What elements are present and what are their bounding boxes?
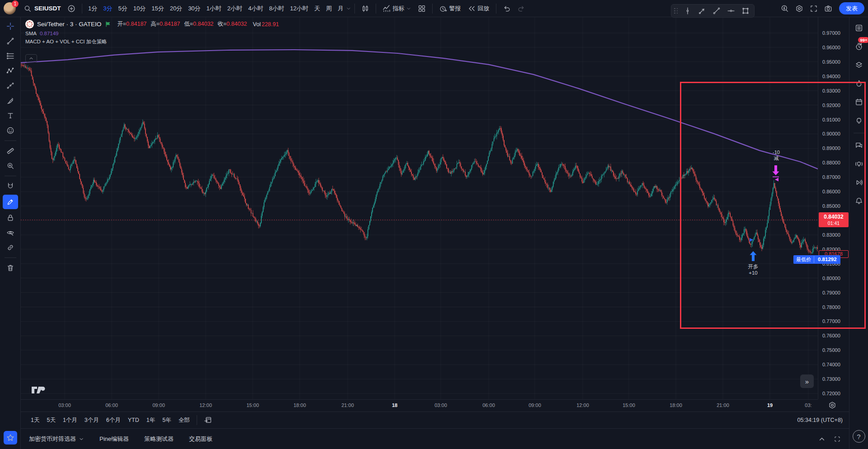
undo-button[interactable] [500,2,514,15]
help-button[interactable]: ? [853,430,865,443]
timeframe-1分[interactable]: 1分 [85,2,100,15]
timeframe-20分[interactable]: 20分 [167,2,185,15]
timeframe-月[interactable]: 月 [335,2,347,15]
live-ideas-panel[interactable] [852,158,866,170]
timeframe-12小时[interactable]: 12小时 [287,2,311,15]
vertical-line-tool[interactable] [681,5,694,17]
timeframe-天[interactable]: 天 [311,2,323,15]
symbol-search[interactable]: SEIUSDT [20,2,64,15]
bell-icon [855,197,863,205]
calendar-panel[interactable] [852,96,866,108]
crosshair-tool[interactable] [3,20,18,33]
quick-search-button[interactable] [778,2,792,15]
fib-retracement-tool[interactable] [3,50,18,62]
ideas-panel[interactable] [852,114,866,127]
timeframe-2小时[interactable]: 2小时 [224,2,245,15]
lock-drawings[interactable] [3,211,18,224]
range-全部[interactable]: 全部 [175,415,193,426]
hide-drawings[interactable] [3,226,18,239]
bottom-tab-3[interactable]: 交易面板 [189,435,212,443]
go-to-date-button[interactable] [200,415,216,426]
trend-line-tool[interactable] [3,35,18,47]
range-5天[interactable]: 5天 [43,415,59,426]
price-tick: 0.87000 [822,174,840,180]
settings-button[interactable] [792,2,807,15]
chevron-down-icon[interactable] [346,6,351,11]
favorites-star-button[interactable] [4,431,17,444]
avatar[interactable]: 1 [4,2,16,14]
sma-label[interactable]: SMA [25,31,37,36]
range-1个月[interactable]: 1个月 [59,415,81,426]
time-axis[interactable]: 03:0006:0009:0012:0015:0018:0021:001803:… [21,399,818,412]
legend-collapse-button[interactable] [25,54,37,62]
zoom-in-tool[interactable] [3,159,18,172]
horizontal-line-tool[interactable] [724,5,738,17]
magnet-mode[interactable] [3,180,18,192]
range-5年[interactable]: 5年 [159,415,175,426]
range-1年[interactable]: 1年 [143,415,159,426]
timeframe-8小时[interactable]: 8小时 [266,2,287,15]
text-tool[interactable] [3,109,18,122]
brush-tool[interactable] [3,94,18,107]
sei-logo [25,20,34,28]
add-symbol-button[interactable] [64,2,79,15]
price-tick: 0.85000 [822,203,840,209]
timeframe-3分[interactable]: 3分 [100,2,115,15]
forecast-tool[interactable] [3,80,18,92]
bottom-tab-1[interactable]: Pine编辑器 [99,435,129,443]
time-axis-gear-icon[interactable] [828,401,836,411]
layout-templates-button[interactable] [415,2,429,15]
stay-in-drawing-mode[interactable] [3,195,18,209]
timeframe-30分[interactable]: 30分 [185,2,203,15]
rectangle-tool[interactable] [739,5,752,17]
chart-style-button[interactable] [358,2,373,15]
strategy-name[interactable]: MACD + AO + VOL + CCI 加仓策略 [25,38,107,45]
emoji-tool[interactable] [3,124,18,137]
bottom-tab-2[interactable]: 策略测试器 [144,435,174,443]
symbol-title[interactable]: Sei/Tether · 3 · GATEIO [37,21,101,28]
timeframe-1小时[interactable]: 1小时 [203,2,224,15]
replay-button[interactable]: 回放 [464,2,493,15]
notifications-panel[interactable]: 99+ [852,40,866,53]
streams-panel[interactable] [852,176,866,189]
timeframe-15分[interactable]: 15分 [149,2,167,15]
timeframe-4小时[interactable]: 4小时 [245,2,266,15]
price-axis[interactable]: 0.970000.960000.950000.940000.930000.920… [818,17,849,399]
measure-tool[interactable] [3,145,18,157]
toolbar-separator [376,4,376,14]
chart-area[interactable]: 开多 +10 -10 减 Sei/Tether · 3 · GATEIO 开=0… [21,17,818,399]
timeframe-5分[interactable]: 5分 [115,2,130,15]
flag-icon[interactable] [104,21,111,28]
alert-button[interactable]: 警报 [436,2,464,15]
hotlists-panel[interactable] [852,77,866,90]
indicators-button[interactable]: 指标 [379,2,415,15]
panel-maximize-icon[interactable] [834,435,841,443]
tradingview-watermark[interactable] [31,384,49,398]
toolbar-separator [82,4,82,14]
trend-line-tool[interactable] [710,5,723,17]
redo-button[interactable] [514,2,528,15]
object-tree-panel[interactable] [852,59,866,71]
bottom-tab-0[interactable]: 加密货币对筛选器 [29,435,84,443]
drag-handle[interactable] [674,8,678,14]
server-clock[interactable]: 05:34:19 (UTC+8) [797,417,843,423]
chat-panel[interactable] [852,139,866,152]
watchlist-panel[interactable] [852,22,866,34]
screenshot-button[interactable] [821,2,835,15]
timeframe-周[interactable]: 周 [323,2,335,15]
range-YTD[interactable]: YTD [124,415,143,426]
remove-drawings[interactable] [3,262,18,274]
go-to-latest-button[interactable]: » [800,374,814,388]
link-tool[interactable] [3,241,18,254]
pattern-tool[interactable] [3,65,18,77]
alerts-panel[interactable] [852,195,866,207]
range-1天[interactable]: 1天 [27,415,43,426]
fullscreen-button[interactable] [807,2,821,15]
range-3个月[interactable]: 3个月 [81,415,103,426]
timeframe-10分[interactable]: 10分 [130,2,148,15]
arrow-tool[interactable] [695,5,709,17]
publish-button[interactable]: 发表 [839,2,864,14]
range-6个月[interactable]: 6个月 [103,415,124,426]
time-tick: 03: [805,402,811,408]
panel-expand-chevron-icon[interactable] [818,435,826,443]
